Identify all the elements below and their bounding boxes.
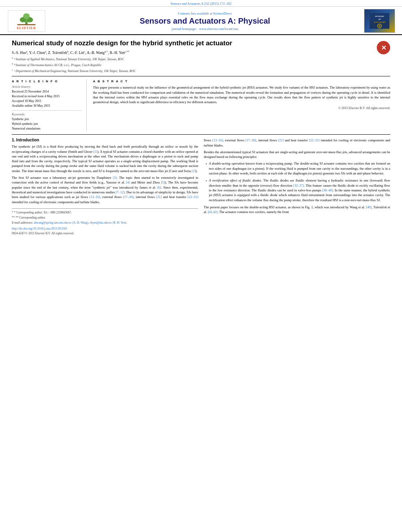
authors-line: S.-S. Hsua, Y.-J. Choua, Z. Trávníčekb, … xyxy=(12,50,371,55)
copyright-line: © 2015 Elsevier B.V. All rights reserved… xyxy=(93,106,390,110)
affiliation-b: b ᵇ Institute of Thermomechanics AS CR, … xyxy=(12,62,371,68)
svg-text:SENSORS: SENSORS xyxy=(375,15,384,17)
article-main: Numerical study of nozzle design for the… xyxy=(0,35,402,239)
homepage-line: journal homepage: www.elsevier.com/locat… xyxy=(52,27,358,31)
bullet-label-2: A rectification effect of fluidic diodes xyxy=(209,178,261,182)
bullet-dot-2: • xyxy=(206,178,207,183)
bullet-text-1: A double-acting operation known from a r… xyxy=(209,161,390,176)
authors-text: S.-S. Hsua, Y.-J. Choua, Z. Trávníčekb, … xyxy=(12,51,129,55)
info-abstract-section: A R T I C L E I N F O Article history: R… xyxy=(12,80,390,135)
publisher-logo-area: ELSEVIER xyxy=(5,10,48,32)
keywords-label: Keywords: xyxy=(12,113,82,116)
abstract-block: A B S T R A C T This paper presents a nu… xyxy=(93,80,390,131)
elsevier-label: ELSEVIER xyxy=(17,26,36,30)
abstract-text: This paper presents a numerical study on… xyxy=(93,85,390,104)
footnote-star1: * * Corresponding author. Tel.: +886 233… xyxy=(12,210,198,215)
title-text-area: Numerical study of nozzle design for the… xyxy=(12,39,371,74)
homepage-label: journal homepage: xyxy=(172,27,197,31)
title-block: Numerical study of nozzle design for the… xyxy=(12,39,390,76)
sensors-badge-area: SENSORS and ACTUATORS xyxy=(362,9,397,33)
crossmark-icon: ✕ xyxy=(377,41,390,54)
article-info-header: A R T I C L E I N F O xyxy=(12,80,82,83)
journal-header: ELSEVIER Contents lists available at Sci… xyxy=(0,7,402,35)
history-entries: Received 25 November 2014 Received in re… xyxy=(12,89,82,108)
keywords-list: Synthetic jets Hybrid synthetic jets Num… xyxy=(12,117,82,131)
doi-line[interactable]: http://dx.doi.org/10.1016/j.sna.2015.05.… xyxy=(12,226,198,231)
right-para-flows: flows [13–16], external flows [17–20], i… xyxy=(204,138,390,148)
contents-text: Contents lists available at xyxy=(178,11,212,15)
journal-full-title: Sensors and Actuators A: Physical xyxy=(52,17,358,26)
article-title: Numerical study of nozzle design for the… xyxy=(12,39,371,48)
history-label: Article history: xyxy=(12,85,82,89)
bullet-item-rectification: • A rectification effect of fluidic diod… xyxy=(206,178,390,202)
affiliations-block: a ᵃ Institute of Applied Mechanics, Nati… xyxy=(12,56,371,73)
elsevier-logo: ELSEVIER xyxy=(8,10,45,32)
affiliation-a: a ᵃ Institute of Applied Mechanics, Nati… xyxy=(12,56,371,62)
bullet-dot-1: • xyxy=(206,161,207,166)
email-addresses: abwang@spring.iam.ntu.edu.tw (A.-B. Wang… xyxy=(34,221,127,224)
svg-rect-5 xyxy=(17,24,35,25)
footnote-star2: ** ** Corresponding author. xyxy=(12,215,198,220)
history-entry-3: Available online 30 May 2015 xyxy=(12,104,82,108)
keyword-0: Synthetic jets xyxy=(12,117,82,122)
keyword-2: Numerical simulations xyxy=(12,126,82,131)
article-info-box: A R T I C L E I N F O Article history: R… xyxy=(12,80,87,131)
svg-text:and: and xyxy=(378,18,381,20)
sensors-actuators-badge: SENSORS and ACTUATORS xyxy=(364,9,395,33)
svg-point-4 xyxy=(23,13,30,19)
svg-text:ACTUATORS: ACTUATORS xyxy=(374,21,386,23)
history-entry-1: Received in revised form 4 May 2015 xyxy=(12,94,82,99)
right-para-besides: Besides the aforementioned typical SJ ac… xyxy=(204,150,390,159)
homepage-link[interactable]: www.elsevier.com/locate/sna xyxy=(199,27,238,31)
section1-para2: The first SJ actuator was a laboratory a… xyxy=(12,175,198,204)
history-entry-0: Received 25 November 2014 xyxy=(12,89,82,94)
bullet-label-1: A double-acting operation xyxy=(209,161,244,165)
crossmark-badge: ✕ xyxy=(377,41,390,54)
history-entry-2: Accepted 18 May 2015 xyxy=(12,99,82,104)
journal-citation-text: Sensors and Actuators A 232 (2015) 172–1… xyxy=(171,2,231,6)
bullet-section: • A double-acting operation known from a… xyxy=(204,161,390,202)
journal-title-area: Contents lists available at ScienceDirec… xyxy=(48,11,362,31)
affiliation-c: c ᶜ Department of Mechanical Engineering… xyxy=(12,68,371,74)
bullet-text-2: A rectification effect of fluidic diodes… xyxy=(209,178,390,202)
issn-line: 0924-4247/© 2015 Elsevier B.V. All right… xyxy=(12,231,198,235)
section1-title: 1. Introduction xyxy=(12,138,198,142)
journal-citation-bar: Sensors and Actuators A 232 (2015) 172–1… xyxy=(0,0,402,7)
right-column: flows [13–16], external flows [17–20], i… xyxy=(204,138,390,235)
footnotes: * * Corresponding author. Tel.: +886 233… xyxy=(12,208,198,235)
abstract-header: A B S T R A C T xyxy=(93,80,390,83)
sciencedirect-line: Contents lists available at ScienceDirec… xyxy=(52,11,358,15)
keyword-1: Hybrid synthetic jets xyxy=(12,122,82,126)
section1-para1: The synthetic jet (SJ) is a fluid flow p… xyxy=(12,144,198,173)
body-content: 1. Introduction The synthetic jet (SJ) i… xyxy=(12,138,390,235)
email-label: E-mail addresses: xyxy=(12,221,33,224)
right-para-present: The present paper focuses on the double-… xyxy=(204,205,390,215)
footnote-emails: E-mail addresses: abwang@spring.iam.ntu.… xyxy=(12,221,198,225)
bullet-item-double-acting: • A double-acting operation known from a… xyxy=(206,161,390,176)
left-column: 1. Introduction The synthetic jet (SJ) i… xyxy=(12,138,198,235)
sciencedirect-link[interactable]: ScienceDirect xyxy=(213,11,232,15)
